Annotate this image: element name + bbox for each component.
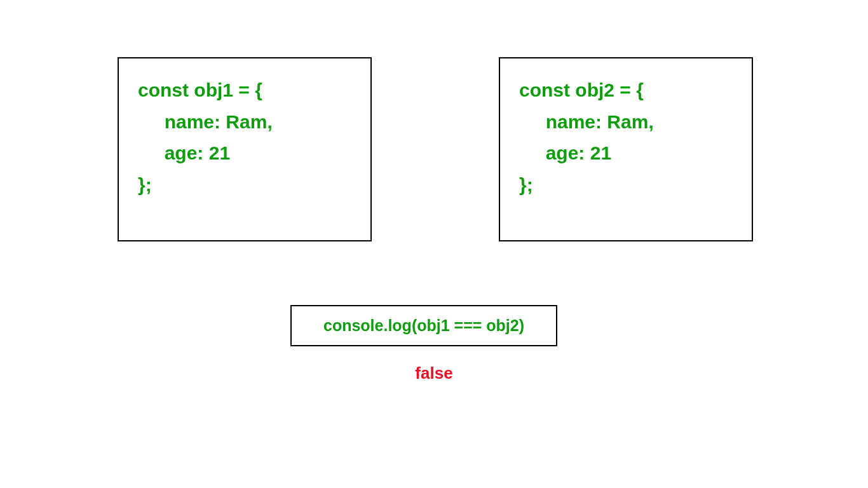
code-obj1-line3: age: 21 <box>138 137 351 169</box>
code-box-obj2: const obj2 = { name: Ram, age: 21 }; <box>499 57 753 241</box>
code-obj2-line4: }; <box>519 169 733 201</box>
code-obj1-line4: }; <box>138 169 351 201</box>
code-box-obj1: const obj1 = { name: Ram, age: 21 }; <box>118 57 372 241</box>
code-obj1-line2: name: Ram, <box>138 106 351 138</box>
code-obj2-line3: age: 21 <box>519 137 733 169</box>
result-output: false <box>0 363 868 383</box>
code-obj1-line1: const obj1 = { <box>138 74 351 106</box>
console-log-box: console.log(obj1 === obj2) <box>290 305 557 346</box>
code-obj2-line1: const obj2 = { <box>519 74 733 106</box>
code-obj2-line2: name: Ram, <box>519 106 733 138</box>
console-log-expression: console.log(obj1 === obj2) <box>323 316 524 335</box>
